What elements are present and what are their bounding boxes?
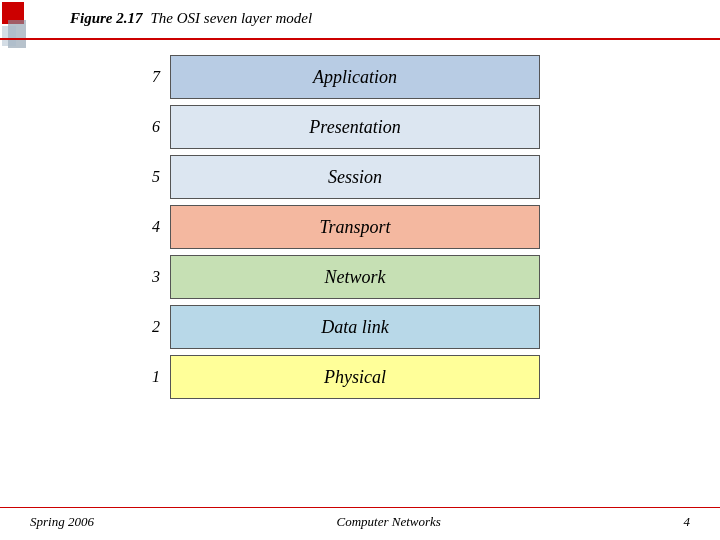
- figure-title: The OSI seven layer model: [151, 10, 313, 27]
- layer-number: 7: [130, 68, 160, 86]
- header: Figure 2.17 The OSI seven layer model: [70, 10, 312, 27]
- footer-course: Computer Networks: [337, 514, 441, 530]
- layer-row: 6Presentation: [130, 105, 540, 149]
- layer-number: 1: [130, 368, 160, 386]
- layer-row: 3Network: [130, 255, 540, 299]
- layer-row: 4Transport: [130, 205, 540, 249]
- layer-box-session: Session: [170, 155, 540, 199]
- layer-box-presentation: Presentation: [170, 105, 540, 149]
- svg-rect-2: [2, 26, 16, 46]
- figure-label: Figure 2.17: [70, 10, 143, 27]
- layer-box-physical: Physical: [170, 355, 540, 399]
- layer-box-data-link: Data link: [170, 305, 540, 349]
- footer: Spring 2006 Computer Networks 4: [0, 507, 720, 530]
- layer-box-application: Application: [170, 55, 540, 99]
- footer-semester: Spring 2006: [30, 514, 94, 530]
- corner-decoration: [0, 0, 60, 60]
- layer-number: 3: [130, 268, 160, 286]
- layer-row: 2Data link: [130, 305, 540, 349]
- osi-diagram: 7Application6Presentation5Session4Transp…: [130, 55, 540, 405]
- header-line: [0, 38, 720, 40]
- layer-row: 1Physical: [130, 355, 540, 399]
- layer-number: 2: [130, 318, 160, 336]
- layer-number: 4: [130, 218, 160, 236]
- layer-box-network: Network: [170, 255, 540, 299]
- footer-page: 4: [683, 514, 690, 530]
- layer-number: 5: [130, 168, 160, 186]
- layer-number: 6: [130, 118, 160, 136]
- layer-box-transport: Transport: [170, 205, 540, 249]
- layer-row: 5Session: [130, 155, 540, 199]
- layer-row: 7Application: [130, 55, 540, 99]
